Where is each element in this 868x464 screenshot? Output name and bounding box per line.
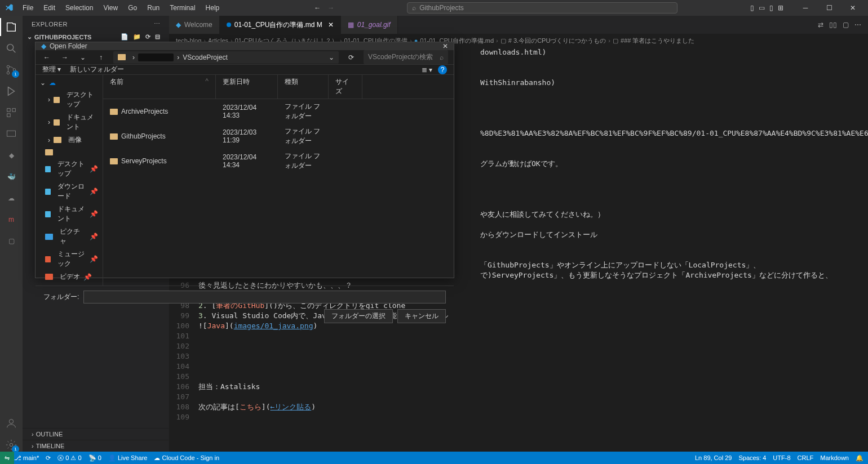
tree-item[interactable]: › デスクトップ [38,88,100,111]
status-bar: ⇋ ⎇ main* ⟳ ⓧ 0 ⚠ 0 📡 0 👤 Live Share ☁ C… [0,452,868,464]
tree-item[interactable]: ビデオ 📌 [38,270,100,283]
menu-terminal[interactable]: Terminal [165,2,200,14]
activity-cloud-icon[interactable]: ☁ [5,191,18,205]
sync-icon[interactable]: ⟳ [46,454,51,462]
nav-forward-icon[interactable]: → [327,4,334,12]
command-center[interactable]: ⌕ GithubProjects [334,2,750,14]
folder-tree[interactable]: ⌄ ☁ › デスクトップ› ドキュメント› 画像 デスクトップ 📌 ダウンロード… [36,75,103,285]
activity-git-icon[interactable]: ◆ [5,149,18,162]
cancel-button[interactable]: キャンセル [397,309,446,323]
preview-icon[interactable]: ▢ [843,21,849,29]
refresh-icon[interactable]: ⟳ [145,33,150,41]
problems-indicator[interactable]: ⓧ 0 ⚠ 0 [57,454,81,462]
tree-item[interactable]: › ドキュメント [38,111,100,133]
folder-row[interactable]: ServeyProjects 2023/12/04 14:34 ファイル フォル… [103,149,454,173]
menu-view[interactable]: View [99,2,122,14]
compare-icon[interactable]: ⇄ [818,21,823,29]
titlebar: File Edit Selection View Go Run Terminal… [0,0,868,16]
layout-left-icon[interactable]: ▯ [750,4,754,12]
close-tab-icon[interactable]: ✕ [328,21,334,29]
select-folder-button[interactable]: フォルダーの選択 [324,309,393,323]
activity-terminal-icon[interactable]: ▢ [5,234,18,248]
chevron-down-icon[interactable]: ⌄ [329,53,334,61]
activity-account-icon[interactable] [5,417,18,430]
cloudcode-indicator[interactable]: ☁ Cloud Code - Sign in [154,454,219,462]
collapse-icon[interactable]: ⊟ [155,33,160,41]
activity-remote-icon[interactable] [5,127,18,141]
tab-goal-gif[interactable]: ▦ 01_goal.gif [341,16,398,34]
tree-item[interactable]: デスクトップ 📌 [38,158,100,180]
tree-item[interactable]: ピクチャ 📌 [38,225,100,248]
layout-right-icon[interactable]: ▯ [769,4,773,12]
activity-m-icon[interactable]: m [5,213,18,226]
notifications-icon[interactable]: 🔔 [856,454,863,462]
branch-indicator[interactable]: ⎇ main* [14,454,39,462]
tree-item[interactable]: ⌄ ☁ [38,77,100,88]
nav-back-icon[interactable]: ← [314,4,321,12]
sidebar-folder-header[interactable]: ⌄ GITHUBPROJECTS 📄 📁 ⟳ ⊟ [23,32,169,42]
activity-docker-icon[interactable]: 🐳 [5,170,18,184]
chevron-down-icon: ⌄ [27,33,32,41]
menu-help[interactable]: Help [201,2,224,14]
menu-file[interactable]: File [18,2,38,14]
dialog-close-icon[interactable]: ✕ [442,42,448,50]
remote-indicator[interactable]: ⇋ [0,452,14,464]
organize-button[interactable]: 整理 ▾ [42,65,61,74]
tree-item[interactable]: › 画像 [38,133,100,146]
close-window-icon[interactable]: ✕ [842,0,863,16]
outline-section[interactable]: › OUTLINE [23,428,169,440]
menu-edit[interactable]: Edit [39,2,60,14]
new-folder-button[interactable]: 新しいフォルダー [70,65,124,74]
new-folder-icon[interactable]: 📁 [133,33,141,41]
more-icon[interactable]: ⋯ [854,21,861,29]
refresh-icon[interactable]: ⟳ [346,52,357,63]
ports-indicator[interactable]: 📡 0 [88,454,101,462]
tab-cpu-md[interactable]: 01-01_CPU自作の準備.md M ✕ [220,16,341,34]
activity-extensions-icon[interactable] [5,106,18,119]
tree-item[interactable]: ミュージック 📌 [38,248,100,270]
new-file-icon[interactable]: 📄 [121,33,129,41]
eol-indicator[interactable]: CRLF [798,454,814,461]
maximize-icon[interactable]: ☐ [818,0,840,16]
menu-bar: File Edit Selection View Go Run Terminal… [18,2,224,14]
nav-up-icon[interactable]: ↑ [95,52,107,63]
tree-item[interactable]: ダウンロード 📌 [38,180,100,203]
liveshare-indicator[interactable]: 👤 Live Share [108,454,148,462]
language-indicator[interactable]: Markdown [820,454,849,461]
activity-scm-icon[interactable]: 1 [5,63,18,77]
activity-explorer-icon[interactable] [5,20,18,34]
image-icon: ▦ [348,21,354,29]
svg-point-1 [7,65,10,68]
minimize-icon[interactable]: ─ [795,0,816,16]
timeline-section[interactable]: › TIMELINE [23,440,169,452]
editor-tabs: ◆ Welcome 01-01_CPU自作の準備.md M ✕ ▦ 01_goa… [169,16,868,34]
menu-run[interactable]: Run [143,2,164,14]
menu-go[interactable]: Go [123,2,141,14]
folder-row[interactable]: GithubProjects 2023/12/03 11:39 ファイル フォル… [103,124,454,149]
view-list-icon[interactable]: ≣ ▾ [422,66,432,74]
activity-search-icon[interactable] [5,42,18,55]
folder-label: フォルダー: [43,292,79,302]
ln-col-indicator[interactable]: Ln 89, Col 29 [695,454,732,461]
folder-row[interactable]: ArchiveProjects 2023/12/04 14:33 ファイル フォ… [103,99,454,124]
layout-bottom-icon[interactable]: ▭ [759,4,765,12]
split-icon[interactable]: ▯▯ [829,21,837,29]
tree-item[interactable]: ドキュメント 📌 [38,203,100,225]
activity-settings-icon[interactable]: 1 [5,438,18,452]
encoding-indicator[interactable]: UTF-8 [773,454,790,461]
tree-item[interactable] [38,146,100,158]
nav-back-icon[interactable]: ← [41,52,52,63]
layout-custom-icon[interactable]: ⊞ [778,4,783,12]
sidebar-more-icon[interactable]: ⋯ [154,20,161,28]
folder-input[interactable] [83,291,446,304]
menu-selection[interactable]: Selection [61,2,98,14]
svg-point-0 [7,44,14,51]
path-bar[interactable]: › › VScodeProject ⌄ [113,51,339,64]
nav-recent-icon[interactable]: ⌄ [77,52,88,63]
tab-welcome[interactable]: ◆ Welcome [169,16,220,34]
spaces-indicator[interactable]: Spaces: 4 [738,454,766,461]
help-icon[interactable]: ? [438,65,447,74]
folder-search[interactable]: VScodeProjectの検索 ⌕ [364,50,448,64]
nav-forward-icon[interactable]: → [59,52,70,63]
activity-run-icon[interactable] [5,84,18,98]
